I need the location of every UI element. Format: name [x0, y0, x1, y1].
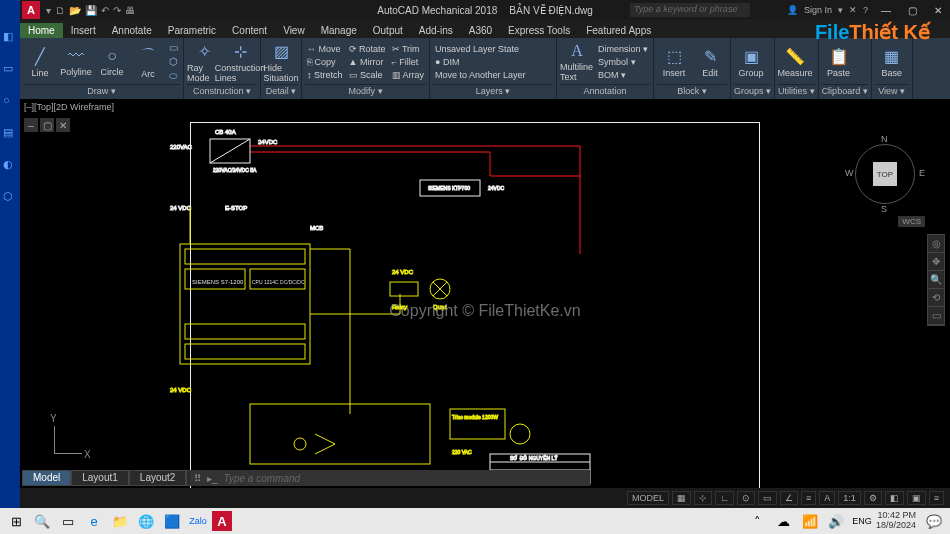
sidebar-icon[interactable]: ◧	[3, 30, 17, 44]
tray-lang-icon[interactable]: ENG	[850, 510, 874, 532]
sidebar-icon[interactable]: ▭	[3, 62, 17, 76]
status-ortho-icon[interactable]: ∟	[715, 491, 734, 505]
tray-up-icon[interactable]: ˄	[746, 510, 770, 532]
tab-a360[interactable]: A360	[461, 23, 500, 38]
hidesituation-button[interactable]: ▨Hide Situation	[264, 42, 298, 83]
tab-manage[interactable]: Manage	[313, 23, 365, 38]
close-button[interactable]: ✕	[926, 1, 950, 19]
qat-new-icon[interactable]: 🗋	[55, 5, 65, 16]
taskview-icon[interactable]: ▭	[56, 510, 80, 532]
user-icon[interactable]: 👤	[787, 5, 798, 15]
line-button[interactable]: ╱Line	[23, 47, 57, 78]
help-search-input[interactable]: Type a keyword or phrase	[630, 3, 750, 17]
tray-cloud-icon[interactable]: ☁	[772, 510, 796, 532]
tab-featured[interactable]: Featured Apps	[578, 23, 659, 38]
copy-button[interactable]: ⎘ Copy	[305, 56, 345, 68]
trim-button[interactable]: ✂ Trim	[390, 43, 427, 55]
circle-button[interactable]: ○Circle	[95, 47, 129, 77]
arc-button[interactable]: ⌒Arc	[131, 46, 165, 79]
status-osnap-icon[interactable]: ▭	[758, 491, 777, 505]
nav-zoom-icon[interactable]: 🔍	[928, 271, 944, 289]
layout-tab-layout2[interactable]: Layout2	[129, 470, 187, 486]
panel-label[interactable]: Construction ▾	[187, 84, 257, 97]
panel-label[interactable]: Draw ▾	[23, 84, 180, 97]
viewport-label[interactable]: [–][Top][2D Wireframe]	[20, 100, 950, 114]
group-button[interactable]: ▣Group	[734, 47, 768, 78]
polyline-button[interactable]: 〰Polyline	[59, 47, 93, 77]
panel-label[interactable]: Layers ▾	[433, 84, 553, 97]
array-button[interactable]: ▥ Array	[390, 69, 427, 81]
status-gear-icon[interactable]: ⚙	[864, 491, 882, 505]
nav-orbit-icon[interactable]: ⟲	[928, 289, 944, 307]
tray-wifi-icon[interactable]: 📶	[798, 510, 822, 532]
status-snap-icon[interactable]: ⊹	[694, 491, 712, 505]
viewcube[interactable]: TOP N S E W WCS	[845, 134, 925, 214]
insertblock-button[interactable]: ⬚Insert	[657, 47, 691, 78]
tab-content[interactable]: Content	[224, 23, 275, 38]
sidebar-icon[interactable]: ○	[3, 94, 17, 108]
draw-extra-icon[interactable]: ▭	[167, 41, 180, 54]
panel-label[interactable]: Utilities ▾	[778, 84, 815, 97]
status-grid-icon[interactable]: ▦	[672, 491, 691, 505]
tab-output[interactable]: Output	[365, 23, 411, 38]
cmd-handle-icon[interactable]: ⠿	[194, 473, 201, 484]
symbol-button[interactable]: Symbol ▾	[596, 56, 650, 68]
move-button[interactable]: ↔ Move	[305, 43, 345, 55]
qat-save-icon[interactable]: 💾	[85, 5, 97, 16]
qat-undo-icon[interactable]: ↶	[101, 5, 109, 16]
panel-label[interactable]: Clipboard ▾	[822, 84, 868, 97]
draw-extra-icon[interactable]: ⬡	[167, 55, 180, 68]
autocad-icon[interactable]: A	[212, 511, 232, 531]
maximize-button[interactable]: ▢	[900, 1, 924, 19]
panel-label[interactable]: View ▾	[875, 84, 909, 97]
signin-link[interactable]: Sign In	[804, 5, 832, 15]
tab-express[interactable]: Express Tools	[500, 23, 578, 38]
edge-icon[interactable]: e	[82, 510, 106, 532]
rotate-button[interactable]: ⟳ Rotate	[347, 43, 388, 55]
status-scale-icon[interactable]: 1:1	[838, 491, 861, 505]
drawing-canvas[interactable]: – ▢ ✕ CB 40A 220VAC 22	[20, 114, 950, 508]
sidebar-icon[interactable]: ▤	[3, 126, 17, 140]
layerstate-dropdown[interactable]: Unsaved Layer State	[433, 43, 553, 55]
editblock-button[interactable]: ✎Edit	[693, 47, 727, 78]
action-center-icon[interactable]: 💬	[922, 510, 946, 532]
baseview-button[interactable]: ▦Base	[875, 47, 909, 78]
scale-button[interactable]: ▭ Scale	[347, 69, 388, 81]
qat-print-icon[interactable]: 🖶	[125, 5, 135, 16]
status-lwt-icon[interactable]: ≡	[801, 491, 816, 505]
bom-button[interactable]: BOM ▾	[596, 69, 650, 81]
zalo-icon[interactable]: Zalo	[186, 510, 210, 532]
nav-wheel-icon[interactable]: ◎	[928, 235, 944, 253]
paste-button[interactable]: 📋Paste	[822, 47, 856, 78]
command-line[interactable]: ⠿ ▸_ Type a command	[190, 470, 590, 486]
panel-label[interactable]: Modify ▾	[305, 84, 426, 97]
layout-tab-layout1[interactable]: Layout1	[71, 470, 129, 486]
status-anno-icon[interactable]: A	[819, 491, 835, 505]
exchange-icon[interactable]: ✕	[849, 5, 857, 15]
qat-redo-icon[interactable]: ↷	[113, 5, 121, 16]
explorer-icon[interactable]: 📁	[108, 510, 132, 532]
mtext-button[interactable]: AMultiline Text	[560, 42, 594, 82]
panel-label[interactable]: Annotation	[560, 84, 650, 97]
tab-parametric[interactable]: Parametric	[160, 23, 224, 38]
tab-insert[interactable]: Insert	[63, 23, 104, 38]
start-button[interactable]: ⊞	[4, 510, 28, 532]
taskbar-app-icon[interactable]: 🌐	[134, 510, 158, 532]
app-logo[interactable]: A	[22, 1, 40, 19]
minimize-button[interactable]: —	[874, 1, 898, 19]
stretch-button[interactable]: ↕ Stretch	[305, 69, 345, 81]
tab-home[interactable]: Home	[20, 23, 63, 38]
tab-addins[interactable]: Add-ins	[411, 23, 461, 38]
nav-pan-icon[interactable]: ✥	[928, 253, 944, 271]
search-icon[interactable]: 🔍	[30, 510, 54, 532]
taskbar-app-icon[interactable]: 🟦	[160, 510, 184, 532]
layer-dropdown[interactable]: ● DIM	[433, 56, 553, 68]
nav-showmotion-icon[interactable]: ▭	[928, 307, 944, 325]
tray-volume-icon[interactable]: 🔊	[824, 510, 848, 532]
wcs-label[interactable]: WCS	[898, 216, 925, 227]
command-input[interactable]: Type a command	[224, 473, 301, 484]
status-clean-icon[interactable]: ▣	[907, 491, 926, 505]
qat-icon[interactable]: ▾	[46, 5, 51, 16]
movetolayer-button[interactable]: Move to Another Layer	[433, 69, 553, 81]
fillet-button[interactable]: ⌐ Fillet	[390, 56, 427, 68]
